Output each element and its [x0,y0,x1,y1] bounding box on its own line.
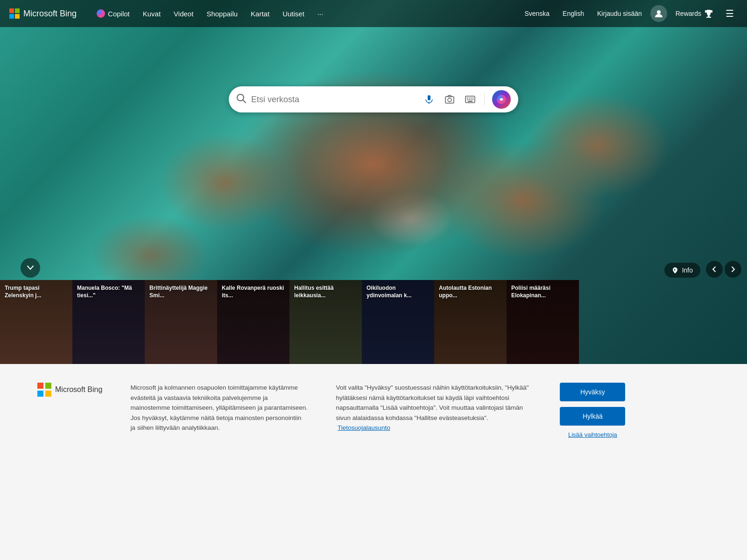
nav-copilot[interactable]: Copilot [91,5,135,22]
nav-rewards-btn[interactable]: Rewards [671,6,718,21]
search-divider [484,93,485,106]
footer-text-1: Microsoft ja kolmannen osapuolen toimitt… [130,383,308,433]
nav-kuvat[interactable]: Kuvat [137,6,166,21]
footer-logo: Microsoft Bing [37,383,102,397]
location-icon [672,267,678,273]
footer-consent: Microsoft Bing Microsoft ja kolmannen os… [0,364,747,467]
nav-uutiset[interactable]: Uutiset [277,6,310,21]
navbar: Microsoft Bing Copilot Kuvat Videot Shop… [0,0,747,27]
chevron-down-icon [26,263,35,273]
more-options-link[interactable]: Lisää vaihtoehtoja [560,431,625,438]
reject-button[interactable]: Hylkää [560,407,625,426]
copilot-search-button[interactable] [492,90,511,109]
news-card-5[interactable]: Hallitus esittää leikkausia... [289,280,362,364]
svg-rect-13 [471,98,472,98]
news-card-title-7: Autolautta Estonian uppo... [439,285,502,299]
svg-point-0 [97,9,105,18]
hamburger-menu-btn[interactable]: ☰ [722,4,738,23]
news-card-title-6: Oikiluodon ydinvoimalan k... [366,285,430,299]
copilot-nav-icon [96,9,106,18]
navbar-brand-text: Microsoft Bing [23,9,77,19]
news-carousel: Trump tapasi Zelenskyin j... Manuela Bos… [0,280,747,364]
svg-rect-14 [472,98,473,98]
news-card-4[interactable]: Kalle Rovanperä ruoski its... [217,280,289,364]
microsoft-logo-icon [9,8,20,19]
news-card-1[interactable]: Trump tapasi Zelenskyin j... [0,280,72,364]
footer-buttons: Hyväksy Hylkää Lisää vaihtoehtoja [560,383,625,438]
news-card-title-4: Kalle Rovanperä ruoski its... [222,285,285,299]
svg-rect-12 [469,98,470,98]
footer-ms-logo-icon [37,383,51,397]
news-card-2[interactable]: Manuela Bosco: "Mä tiesi..." [72,280,145,364]
scroll-down-button[interactable] [21,258,40,278]
nav-kartat[interactable]: Kartat [245,6,275,21]
news-card-title-8: Poliisi määräsi Elokapinan... [511,285,574,299]
news-card-8[interactable]: Poliisi määräsi Elokapinan... [507,280,579,364]
nav-videot[interactable]: Videot [168,6,199,21]
nav-links: Copilot Kuvat Videot Shoppailu Kartat Uu… [91,5,515,22]
trophy-icon [704,9,713,18]
svg-rect-15 [467,99,468,100]
search-bar [229,86,518,112]
nav-more[interactable]: ··· [312,6,329,21]
svg-rect-11 [467,98,468,98]
nav-svenska-btn[interactable]: Svenska [520,7,554,20]
chevron-right-icon [730,266,736,273]
nav-english-btn[interactable]: English [558,7,589,20]
keyboard-icon [465,96,475,103]
news-card-6[interactable]: Oikiluodon ydinvoimalan k... [362,280,434,364]
svg-point-9 [448,98,451,102]
mic-icon [424,95,434,104]
nav-right: Svenska English Kirjaudu sisään Rewards [520,4,738,23]
news-card-title-2: Manuela Bosco: "Mä tiesi..." [77,285,140,299]
search-icon [236,93,247,106]
nav-user-icon-btn[interactable] [650,5,667,22]
svg-rect-6 [428,95,430,100]
nav-signin-btn[interactable]: Kirjaudu sisään [592,7,647,20]
news-card-7[interactable]: Autolautta Estonian uppo... [434,280,507,364]
mic-button[interactable] [421,91,437,108]
nav-shoppailu[interactable]: Shoppailu [201,6,243,21]
privacy-link[interactable]: Tietosuojalausunto [338,424,390,431]
camera-icon [444,94,455,105]
footer-brand-text: Microsoft Bing [55,385,102,394]
chevron-left-icon [711,266,718,273]
news-card-title-1: Trump tapasi Zelenskyin j... [5,285,68,299]
svg-rect-17 [471,99,472,100]
accept-button[interactable]: Hyväksy [560,383,625,401]
info-button[interactable]: Info [664,263,700,278]
news-card-title-5: Hallitus esittää leikkausia... [294,285,357,299]
footer-text-section-1: Microsoft ja kolmannen osapuolen toimitt… [130,383,308,433]
svg-line-5 [243,100,246,103]
svg-rect-18 [472,99,473,100]
search-input[interactable] [251,95,417,105]
user-icon [655,9,663,18]
svg-rect-3 [706,17,711,18]
keyboard-button[interactable] [462,91,479,108]
carousel-next-button[interactable] [725,261,741,278]
svg-point-1 [657,10,661,14]
search-actions [421,90,511,109]
search-container [229,86,518,112]
svg-rect-16 [469,99,470,100]
carousel-prev-button[interactable] [706,261,723,278]
svg-rect-2 [708,15,710,17]
svg-rect-19 [468,101,472,102]
camera-button[interactable] [441,91,458,108]
navbar-logo[interactable]: Microsoft Bing [9,8,77,19]
news-card-3[interactable]: Brittinäyttelijä Maggie Smi... [145,280,217,364]
hero-section: Microsoft Bing Copilot Kuvat Videot Shop… [0,0,747,364]
footer-text-2: Voit valita "Hyväksy" suostuessasi näihi… [336,383,532,433]
copilot-search-icon [496,94,507,105]
news-card-title-3: Brittinäyttelijä Maggie Smi... [149,285,212,299]
footer-text-section-2: Voit valita "Hyväksy" suostuessasi näihi… [336,383,532,433]
footer-logo-section: Microsoft Bing [37,383,102,404]
info-label: Info [682,266,693,274]
svg-rect-8 [445,97,454,103]
